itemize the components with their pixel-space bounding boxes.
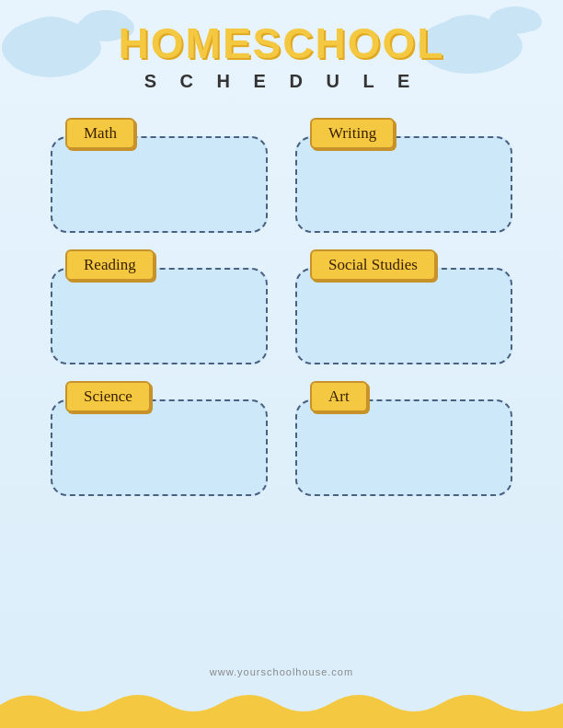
svg-point-5 <box>77 17 107 39</box>
subject-box-social-studies <box>295 268 512 364</box>
subject-card-math: Math <box>51 118 268 233</box>
subject-box-math <box>51 136 268 233</box>
svg-point-12 <box>488 13 514 31</box>
subject-card-writing: Writing <box>295 118 512 233</box>
subject-label-science: Science <box>65 381 151 412</box>
svg-point-13 <box>516 13 542 31</box>
subjects-grid: Math Writing Reading Social Studies Scie… <box>0 118 563 496</box>
subject-label-math: Math <box>65 118 135 149</box>
subject-label-art: Art <box>310 381 368 412</box>
subject-label-writing: Writing <box>310 118 395 149</box>
sub-title: S C H E D U L E <box>119 71 445 92</box>
footer-text: www.yourschoolhouse.com <box>0 666 563 677</box>
main-title: HOMESCHOOL <box>119 20 445 67</box>
subject-card-art: Art <box>295 381 512 496</box>
subject-box-reading <box>51 268 268 364</box>
title-section: HOMESCHOOL S C H E D U L E <box>119 20 445 92</box>
subject-card-reading: Reading <box>51 249 268 364</box>
subject-box-art <box>295 399 512 496</box>
subject-label-social-studies: Social Studies <box>310 249 436 281</box>
subject-label-reading: Reading <box>65 249 155 281</box>
subject-card-science: Science <box>51 381 268 496</box>
svg-point-3 <box>23 17 78 53</box>
subject-box-science <box>51 399 268 496</box>
page: HOMESCHOOL S C H E D U L E Math Writing … <box>0 0 563 728</box>
bottom-wave <box>0 677 563 728</box>
subject-box-writing <box>295 136 512 233</box>
subject-card-social-studies: Social Studies <box>295 249 512 364</box>
